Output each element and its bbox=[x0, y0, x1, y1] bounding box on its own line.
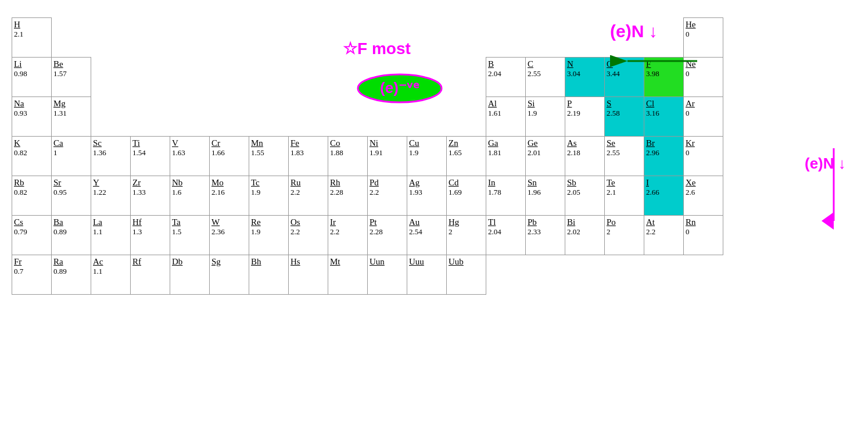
symbol-Mn: Mn bbox=[251, 138, 286, 148]
en-value-W: 2.36 bbox=[211, 227, 247, 237]
en-value-Rb: 0.82 bbox=[14, 188, 49, 197]
en-value-Ir: 2.2 bbox=[330, 227, 365, 237]
symbol-Ge: Ge bbox=[528, 138, 563, 148]
symbol-Sr: Sr bbox=[53, 177, 89, 188]
en-value-N: 3.04 bbox=[567, 69, 602, 78]
en-value-Mg: 1.31 bbox=[53, 109, 89, 118]
symbol-H: H bbox=[14, 19, 49, 30]
en-value-Ba: 0.89 bbox=[53, 227, 89, 237]
symbol-Rh: Rh bbox=[330, 177, 365, 188]
symbol-Ru: Ru bbox=[290, 177, 326, 188]
element-cell-r6c17: At2.2 bbox=[644, 216, 684, 255]
en-value-F: 3.98 bbox=[646, 69, 682, 78]
en-value-Se: 2.55 bbox=[607, 148, 642, 158]
en-value-Rn: 0 bbox=[686, 227, 721, 237]
element-cell-r7c18 bbox=[684, 255, 723, 295]
element-cell-r6c8: Os2.2 bbox=[289, 216, 328, 255]
element-cell-r7c16 bbox=[605, 255, 644, 295]
element-cell-r7c4: Rf bbox=[131, 255, 170, 295]
svg-text:(e)N ↓: (e)N ↓ bbox=[805, 155, 846, 172]
element-cell-r6c1: Cs0.79 bbox=[12, 216, 52, 255]
symbol-Ra: Ra bbox=[53, 256, 89, 267]
element-cell-r3c2: Mg1.31 bbox=[52, 97, 91, 137]
symbol-Cu: Cu bbox=[409, 138, 444, 148]
element-cell-r5c1: Rb0.82 bbox=[12, 176, 52, 216]
en-value-Tl: 2.04 bbox=[488, 227, 523, 237]
element-cell-r5c8: Ru2.2 bbox=[289, 176, 328, 216]
element-cell-r3c10 bbox=[368, 97, 407, 137]
element-cell-r2c11 bbox=[407, 58, 447, 97]
symbol-Uub: Uub bbox=[449, 256, 484, 267]
en-value-Hf: 1.3 bbox=[132, 227, 168, 237]
symbol-Sg: Sg bbox=[211, 256, 247, 267]
element-cell-r5c9: Rh2.28 bbox=[328, 176, 368, 216]
element-cell-r5c15: Sb2.05 bbox=[565, 176, 605, 216]
symbol-La: La bbox=[93, 217, 128, 227]
symbol-Ar: Ar bbox=[686, 98, 721, 109]
symbol-Cr: Cr bbox=[211, 138, 247, 148]
element-cell-r3c18: Ar0 bbox=[684, 97, 723, 137]
symbol-W: W bbox=[211, 217, 247, 227]
symbol-Ga: Ga bbox=[488, 138, 523, 148]
symbol-V: V bbox=[172, 138, 207, 148]
element-cell-r6c15: Bi2.02 bbox=[565, 216, 605, 255]
en-value-Ru: 2.2 bbox=[290, 188, 326, 197]
symbol-P: P bbox=[567, 98, 602, 109]
element-cell-r1c10 bbox=[368, 18, 407, 58]
en-value-Co: 1.88 bbox=[330, 148, 365, 158]
element-cell-r6c16: Po2 bbox=[605, 216, 644, 255]
element-cell-r7c11: Uuu bbox=[407, 255, 447, 295]
en-value-K: 0.82 bbox=[14, 148, 49, 158]
symbol-Sn: Sn bbox=[528, 177, 563, 188]
element-cell-r7c15 bbox=[565, 255, 605, 295]
element-cell-r7c6: Sg bbox=[210, 255, 249, 295]
en-value-Sr: 0.95 bbox=[53, 188, 89, 197]
symbol-Bh: Bh bbox=[251, 256, 286, 267]
en-value-Po: 2 bbox=[607, 227, 642, 237]
symbol-Fr: Fr bbox=[14, 256, 49, 267]
en-value-Ag: 1.93 bbox=[409, 188, 444, 197]
element-cell-r4c17: Br2.96 bbox=[644, 137, 684, 176]
element-cell-r2c8 bbox=[289, 58, 328, 97]
en-value-Rh: 2.28 bbox=[330, 188, 365, 197]
element-cell-r3c16: S2.58 bbox=[605, 97, 644, 137]
element-cell-r6c10: Pt2.28 bbox=[368, 216, 407, 255]
element-cell-r4c3: Sc1.36 bbox=[91, 137, 131, 176]
element-cell-r3c15: P2.19 bbox=[565, 97, 605, 137]
en-value-Fr: 0.7 bbox=[14, 267, 49, 276]
symbol-Ni: Ni bbox=[370, 138, 405, 148]
element-cell-r2c2: Be1.57 bbox=[52, 58, 91, 97]
symbol-K: K bbox=[14, 138, 49, 148]
symbol-Sb: Sb bbox=[567, 177, 602, 188]
element-cell-r5c7: Tc1.9 bbox=[249, 176, 289, 216]
symbol-Y: Y bbox=[93, 177, 128, 188]
en-value-In: 1.78 bbox=[488, 188, 523, 197]
element-cell-r2c5 bbox=[170, 58, 210, 97]
element-cell-r1c12 bbox=[447, 18, 486, 58]
en-value-C: 2.55 bbox=[528, 69, 563, 78]
element-cell-r4c6: Cr1.66 bbox=[210, 137, 249, 176]
element-cell-r5c13: In1.78 bbox=[486, 176, 526, 216]
element-cell-r3c8 bbox=[289, 97, 328, 137]
element-cell-r1c11 bbox=[407, 18, 447, 58]
element-cell-r6c2: Ba0.89 bbox=[52, 216, 91, 255]
element-cell-r7c13 bbox=[486, 255, 526, 295]
symbol-Ba: Ba bbox=[53, 217, 89, 227]
element-cell-r3c1: Na0.93 bbox=[12, 97, 52, 137]
element-cell-r2c15: N3.04 bbox=[565, 58, 605, 97]
element-cell-r5c3: Y1.22 bbox=[91, 176, 131, 216]
element-cell-r3c13: Al1.61 bbox=[486, 97, 526, 137]
en-value-Sc: 1.36 bbox=[93, 148, 128, 158]
element-cell-r4c15: As2.18 bbox=[565, 137, 605, 176]
symbol-Po: Po bbox=[607, 217, 642, 227]
en-value-Ti: 1.54 bbox=[132, 148, 168, 158]
element-cell-r4c14: Ge2.01 bbox=[526, 137, 565, 176]
element-cell-r6c6: W2.36 bbox=[210, 216, 249, 255]
element-cell-r6c11: Au2.54 bbox=[407, 216, 447, 255]
en-value-H: 2.1 bbox=[14, 30, 49, 39]
element-cell-r1c17 bbox=[644, 18, 684, 58]
symbol-Mo: Mo bbox=[211, 177, 247, 188]
element-cell-r1c3 bbox=[91, 18, 131, 58]
en-value-Ac: 1.1 bbox=[93, 267, 128, 276]
element-cell-r7c5: Db bbox=[170, 255, 210, 295]
